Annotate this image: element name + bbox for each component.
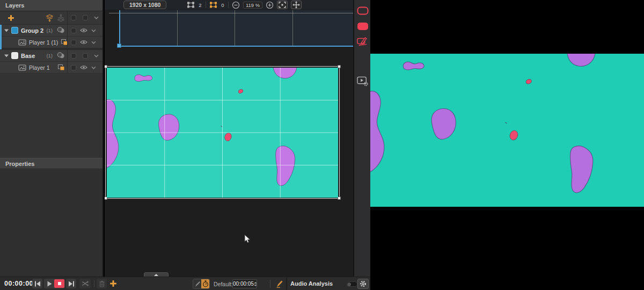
timer-mode-button[interactable]	[201, 279, 209, 288]
eye-icon[interactable]	[80, 65, 87, 70]
pan-tool-button[interactable]	[291, 1, 302, 9]
transport-bar: 00:00:00	[0, 277, 370, 290]
audio-settings-button[interactable]	[357, 279, 369, 289]
send-backward-icon[interactable]	[46, 14, 54, 22]
delete-button[interactable]	[97, 279, 107, 288]
rect-filled-tool[interactable]	[357, 22, 369, 31]
rect-outline-tool[interactable]	[357, 6, 369, 15]
solo-checkbox[interactable]	[71, 28, 76, 33]
player-label[interactable]: Player 1	[29, 64, 50, 71]
divider	[270, 280, 270, 288]
layers-toolbar	[0, 11, 103, 25]
group-count: (1)	[46, 27, 54, 33]
surface-edge[interactable]	[119, 10, 120, 47]
resolution-badge[interactable]: 1920 x 1080	[123, 1, 166, 9]
chevron-down-icon[interactable]	[91, 66, 96, 69]
surface-gridline	[109, 13, 353, 13]
bring-forward-icon[interactable]	[57, 14, 65, 22]
app-window: Layers	[0, 0, 644, 290]
stop-button[interactable]	[54, 279, 64, 288]
media-settings-tool[interactable]	[357, 76, 369, 86]
eye-icon[interactable]	[80, 40, 87, 45]
solo-column-checkbox[interactable]	[71, 15, 76, 20]
draw-shape-tool[interactable]	[357, 35, 369, 47]
layers-panel: Layers	[0, 0, 104, 277]
surface-gridline	[177, 10, 178, 46]
surface-gridline	[292, 10, 293, 46]
visibility-column-checkbox[interactable]	[83, 15, 88, 20]
audio-analysis-label: Audio Analysis	[290, 280, 333, 287]
timecode: 00:00:00	[4, 280, 33, 287]
add-sequence-button[interactable]	[108, 279, 118, 288]
resolution-value: 1920 x 1080	[129, 2, 160, 8]
sequence-pen-icon[interactable]	[274, 279, 284, 288]
zoom-level[interactable]: 119 %	[243, 2, 262, 9]
layers-panel-header: Layers	[0, 0, 103, 11]
divider	[286, 278, 287, 290]
image-icon	[18, 64, 26, 71]
solo-checkbox[interactable]	[71, 65, 76, 70]
chevron-down-icon[interactable]	[91, 29, 96, 32]
chevron-down-icon[interactable]	[94, 16, 99, 19]
bezier-quad-icon[interactable]	[209, 1, 217, 9]
pen-mode-button[interactable]	[193, 279, 201, 288]
group-color-swatch[interactable]	[11, 52, 18, 59]
editor-viewport[interactable]: 1920 x 1080 2 0 119 %	[105, 0, 353, 277]
default-duration-value[interactable]: 00:00:05	[233, 281, 254, 287]
zoom-out-icon[interactable]	[232, 1, 240, 9]
group-label[interactable]: Base	[21, 53, 35, 59]
fit-view-button[interactable]	[277, 1, 288, 9]
zoom-in-icon[interactable]	[266, 1, 274, 9]
caret-up-icon	[154, 274, 158, 276]
blend-circles-icon[interactable]	[57, 52, 65, 59]
chevron-down-icon[interactable]	[91, 41, 96, 44]
layers-icon[interactable]	[57, 64, 65, 71]
chevron-down-icon[interactable]	[94, 54, 99, 57]
default-duration-field[interactable]: 00:00:05	[232, 279, 257, 288]
properties-panel-body	[0, 170, 103, 277]
warp-quad-icon[interactable]	[187, 1, 195, 9]
shape-tool-strip	[353, 0, 370, 277]
surface-edge[interactable]	[119, 46, 353, 47]
expander-caret-icon[interactable]	[4, 29, 9, 32]
player-label[interactable]: Player 1 (1)	[29, 39, 58, 46]
output-window	[370, 0, 644, 290]
visibility-checkbox[interactable]	[83, 53, 88, 59]
skip-start-button[interactable]	[32, 279, 42, 288]
composition-canvas[interactable]	[107, 68, 338, 198]
mouse-cursor	[244, 234, 251, 244]
view-toolbar: 2 0 119 %	[187, 0, 302, 10]
group-color-swatch[interactable]	[11, 27, 18, 34]
surface-gridline	[235, 10, 235, 46]
duration-mode-group	[193, 279, 210, 289]
stop-icon	[58, 282, 61, 285]
properties-title: Properties	[5, 161, 34, 167]
solo-checkbox[interactable]	[71, 53, 76, 59]
layer-row-group-2[interactable]: Group 2 (1)	[0, 25, 103, 37]
play-stop-group	[44, 279, 65, 288]
properties-panel-header: Properties	[0, 158, 103, 169]
bezier-count: 0	[221, 2, 225, 8]
duration-stepper[interactable]	[254, 282, 258, 286]
skip-end-button[interactable]	[66, 279, 76, 288]
eye-icon[interactable]	[80, 28, 87, 33]
output-preview	[370, 54, 644, 207]
group-count: (1)	[46, 53, 54, 59]
play-button[interactable]	[44, 279, 54, 288]
expander-caret-icon[interactable]	[4, 54, 9, 57]
solo-checkbox[interactable]	[71, 40, 76, 45]
add-layer-button[interactable]	[8, 15, 14, 21]
shuffle-button[interactable]	[79, 279, 91, 288]
layer-row-player-1[interactable]: Player 1	[0, 62, 103, 74]
output-screen-surface[interactable]	[119, 10, 353, 46]
divider	[94, 280, 94, 287]
surface-corner-handle[interactable]	[117, 44, 121, 48]
audio-analysis-toggle[interactable]	[346, 281, 357, 287]
layers-panel-title: Layers	[5, 2, 24, 9]
blend-circles-icon[interactable]	[57, 27, 65, 34]
selection-stripe	[0, 25, 2, 49]
warp-count: 2	[198, 2, 202, 8]
layer-row-base[interactable]: Base (1)	[0, 50, 103, 62]
layer-row-player-1-1[interactable]: Player 1 (1)	[0, 37, 103, 48]
group-label[interactable]: Group 2	[21, 27, 43, 34]
